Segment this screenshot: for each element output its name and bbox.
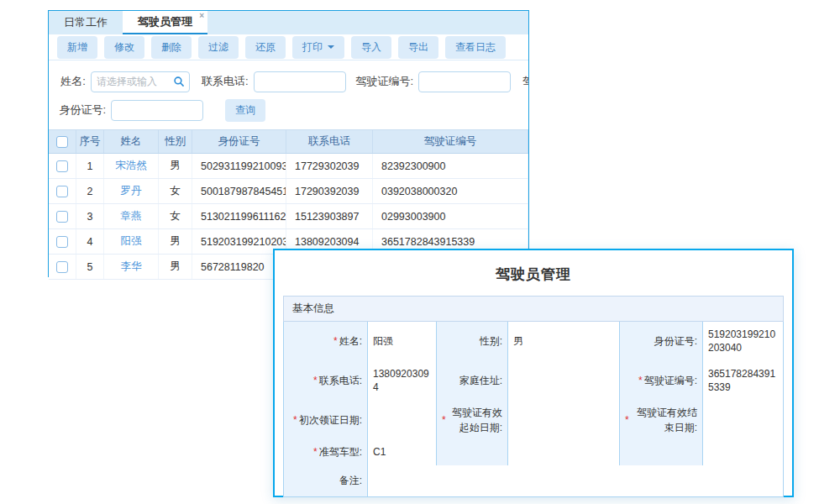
cell-gender: 男 xyxy=(159,154,192,178)
required-asterisk: * xyxy=(313,374,318,388)
cell-seq: 3 xyxy=(76,204,104,228)
license-search-label: 驾驶证编号: xyxy=(356,74,414,89)
form-label-cell: *驾驶证有效结束日期: xyxy=(620,401,703,441)
cell-seq: 5 xyxy=(76,255,104,279)
name-search-label: 姓名: xyxy=(49,74,86,89)
driver-name-link[interactable]: 宋浩然 xyxy=(115,159,147,173)
required-asterisk: * xyxy=(638,374,643,388)
form-value-cell: 男 xyxy=(508,322,620,362)
cell-gender: 男 xyxy=(159,229,192,254)
search-row-2: 身份证号: 查询 xyxy=(49,96,528,124)
table-row: 2罗丹女500187987845451245172903920390392038… xyxy=(49,179,528,204)
cell-license: 0392038000320 xyxy=(373,179,528,203)
form-value-cell xyxy=(368,401,437,441)
row-checkbox[interactable] xyxy=(56,211,68,223)
search-area: 姓名: 联系电话: 驾驶证编号: 驾 身份证号: 查询 xyxy=(49,60,528,129)
search-icon[interactable] xyxy=(173,76,185,87)
cell-phone: 17729302039 xyxy=(286,154,373,178)
form-value-cell xyxy=(368,465,784,497)
cell-id: 502931199210093930 xyxy=(192,154,286,178)
row-checkbox[interactable] xyxy=(56,160,68,172)
row-checkbox[interactable] xyxy=(56,236,68,248)
driver-name-link[interactable]: 阳强 xyxy=(121,234,142,249)
row-checkbox[interactable] xyxy=(56,186,68,197)
driver-detail-dialog: 驾驶员管理 基本信息 *姓名:阳强性别:男身份证号:51920319921020… xyxy=(273,249,794,497)
cell-gender: 女 xyxy=(159,179,192,203)
required-asterisk: * xyxy=(313,445,318,459)
cell-name[interactable]: 李华 xyxy=(104,255,159,279)
table-row: 1宋浩然男50293119921009393017729302039823923… xyxy=(49,154,528,179)
form-value-cell: 13809203094 xyxy=(368,361,437,402)
row-checkbox[interactable] xyxy=(56,261,68,273)
cell-phone: 17290392039 xyxy=(286,179,373,203)
basic-info-section-header: 基本信息 xyxy=(283,296,784,322)
form-value-cell: C1 xyxy=(368,440,437,466)
driver-management-window: 日常工作 驾驶员管理 × 新增修改删除过滤还原打印导入导出查看日志 姓名: 联系… xyxy=(48,10,529,277)
cell-license: 02993003900 xyxy=(373,204,528,228)
driver-name-link[interactable]: 李华 xyxy=(121,260,142,274)
id-search-label: 身份证号: xyxy=(49,102,106,118)
form-label-cell: *姓名: xyxy=(284,322,368,362)
required-asterisk: * xyxy=(625,413,629,428)
toolbar-button-新增[interactable]: 新增 xyxy=(57,36,97,59)
form-label-cell: 身份证号: xyxy=(620,322,703,362)
form-value-cell xyxy=(703,440,784,466)
form-label-cell: 家庭住址: xyxy=(437,361,508,402)
toolbar-button-修改[interactable]: 修改 xyxy=(104,36,144,59)
form-label-cell: *联系电话: xyxy=(284,361,368,402)
form-value-cell xyxy=(703,401,784,441)
toolbar-button-过滤[interactable]: 过滤 xyxy=(198,36,239,59)
form-label-cell: 备注: xyxy=(284,465,368,497)
column-header: 驾驶证编号 xyxy=(373,130,528,153)
form-label-cell xyxy=(437,440,508,466)
column-header: 序号 xyxy=(76,130,104,153)
phone-search-label: 联系电话: xyxy=(200,74,249,89)
dialog-title: 驾驶员管理 xyxy=(275,265,792,284)
phone-search-input[interactable] xyxy=(254,71,346,92)
cell-name[interactable]: 章燕 xyxy=(104,204,159,228)
toolbar-button-导出[interactable]: 导出 xyxy=(398,36,438,59)
required-asterisk: * xyxy=(442,413,446,428)
required-asterisk: * xyxy=(333,334,338,349)
cell-seq: 4 xyxy=(76,229,104,254)
close-tab-icon[interactable]: × xyxy=(199,12,204,20)
toolbar-button-打印[interactable]: 打印 xyxy=(292,36,344,59)
column-header: 联系电话 xyxy=(286,130,373,153)
cell-id: 500187987845451245 xyxy=(192,179,286,203)
tab-driver-management[interactable]: 驾驶员管理 × xyxy=(123,11,207,34)
toolbar-button-查看日志[interactable]: 查看日志 xyxy=(445,36,506,59)
select-all-checkbox[interactable] xyxy=(56,136,68,148)
toolbar-button-导入[interactable]: 导入 xyxy=(351,36,391,59)
driver-name-link[interactable]: 章燕 xyxy=(121,209,142,223)
form-label-cell: 性别: xyxy=(437,322,508,362)
cell-name[interactable]: 宋浩然 xyxy=(104,154,159,178)
tab-driver-management-label: 驾驶员管理 xyxy=(138,14,192,29)
clipped-search-label: 驾 xyxy=(522,74,528,89)
form-value-cell: 519203199210203040 xyxy=(703,322,784,362)
form-value-cell xyxy=(508,440,620,466)
toolbar-button-删除[interactable]: 删除 xyxy=(151,36,192,59)
query-button[interactable]: 查询 xyxy=(225,99,265,122)
tab-daily-work[interactable]: 日常工作 xyxy=(49,11,123,34)
form-label-cell: *驾驶证有效起始日期: xyxy=(437,401,508,441)
name-search-wrap xyxy=(91,71,190,92)
cell-id: 513021199611162847 xyxy=(192,204,286,228)
form-label-cell: *准驾车型: xyxy=(284,440,368,466)
license-search-input[interactable] xyxy=(418,71,511,92)
cell-gender: 男 xyxy=(159,255,192,279)
form-value-cell: 阳强 xyxy=(368,322,437,362)
search-row-1: 姓名: 联系电话: 驾驶证编号: 驾 xyxy=(49,67,528,96)
cell-gender: 女 xyxy=(159,204,192,228)
required-asterisk: * xyxy=(293,413,297,428)
driver-name-link[interactable]: 罗丹 xyxy=(121,184,142,198)
basic-info-form: *姓名:阳强性别:男身份证号:519203199210203040*联系电话:1… xyxy=(283,322,784,497)
form-value-cell xyxy=(508,361,620,402)
cell-name[interactable]: 阳强 xyxy=(104,229,159,254)
id-search-input[interactable] xyxy=(111,100,203,121)
toolbar-button-还原[interactable]: 还原 xyxy=(245,36,286,59)
form-value-cell xyxy=(508,401,620,441)
driver-table-header: 序号姓名性别身份证号联系电话驾驶证编号 xyxy=(49,130,528,154)
toolbar: 新增修改删除过滤还原打印导入导出查看日志 xyxy=(49,34,528,60)
cell-name[interactable]: 罗丹 xyxy=(104,179,159,203)
cell-phone: 15123903897 xyxy=(286,204,373,228)
